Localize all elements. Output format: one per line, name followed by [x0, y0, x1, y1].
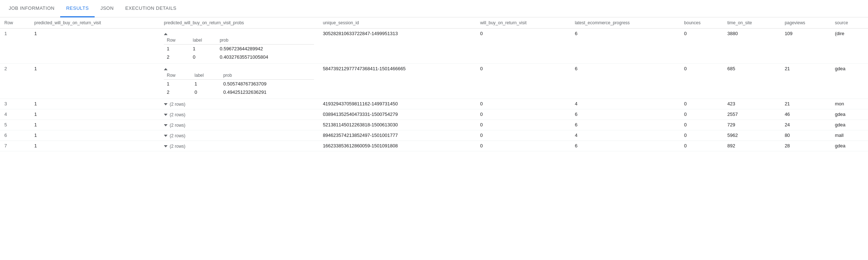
row-number: 5: [0, 120, 30, 130]
expand-button[interactable]: (2 rows): [164, 123, 185, 128]
row-number: 2: [0, 64, 30, 99]
arrow-down-icon: [164, 103, 168, 105]
predicted-value: 1: [30, 120, 160, 130]
source-value: (dire: [831, 29, 868, 64]
time-on-site-value: 685: [723, 64, 780, 99]
collapse-button[interactable]: [164, 33, 168, 35]
expand-button[interactable]: (2 rows): [164, 144, 185, 149]
probs-cell[interactable]: Rowlabelprob110.505748767363709200.49425…: [160, 64, 318, 99]
expand-button[interactable]: (2 rows): [164, 102, 185, 107]
arrow-down-icon: [164, 114, 168, 116]
pageviews-value: 21: [780, 99, 831, 109]
nested-row: 110.596723644289942: [164, 45, 314, 53]
col-header-row: Row: [0, 17, 30, 29]
bounces-value: 0: [680, 130, 723, 141]
row-number: 7: [0, 141, 30, 151]
source-value: mon: [831, 99, 868, 109]
table-row: 31(2 rows)419329437059811162-14997314500…: [0, 99, 868, 109]
unique-session-id: 419329437059811162-1499731450: [318, 99, 476, 109]
unique-session-id: 584739212977747368411-1501466665: [318, 64, 476, 99]
col-header-latest-ecommerce-progress: latest_ecommerce_progress: [570, 17, 679, 29]
nested-row: 110.505748767363709: [164, 80, 314, 88]
tab-execution-details[interactable]: EXECUTION DETAILS: [120, 0, 182, 17]
arrow-up-icon: [164, 68, 168, 70]
probs-cell[interactable]: (2 rows): [160, 109, 318, 120]
unique-session-id: 894623574213852497-1501001777: [318, 130, 476, 141]
tab-json[interactable]: JSON: [95, 0, 120, 17]
probs-collapsed-label: (2 rows): [170, 144, 185, 149]
will-buy-value: 0: [476, 29, 570, 64]
source-value: gdea: [831, 120, 868, 130]
latest-ecommerce-value: 6: [570, 109, 679, 120]
col-header-predicted-will-buy-on-return-visit-probs: predicted_will_buy_on_return_visit_probs: [160, 17, 318, 29]
col-header-will-buy-on-return-visit: will_buy_on_return_visit: [476, 17, 570, 29]
row-number: 6: [0, 130, 30, 141]
unique-session-id: 166233853612860059-1501091808: [318, 141, 476, 151]
probs-cell[interactable]: (2 rows): [160, 141, 318, 151]
bounces-value: 0: [680, 141, 723, 151]
collapse-button[interactable]: [164, 68, 168, 70]
will-buy-value: 0: [476, 141, 570, 151]
col-header-time-on-site: time_on_site: [723, 17, 780, 29]
table-row: 11Rowlabelprob110.596723644289942200.403…: [0, 29, 868, 64]
arrow-up-icon: [164, 33, 168, 35]
probs-collapsed-label: (2 rows): [170, 133, 185, 138]
nested-probs-table: Rowlabelprob110.596723644289942200.40327…: [164, 36, 314, 61]
col-header-bounces: bounces: [680, 17, 723, 29]
latest-ecommerce-value: 6: [570, 120, 679, 130]
pageviews-value: 109: [780, 29, 831, 64]
col-header-predicted-will-buy-on-return-visit: predicted_will_buy_on_return_visit: [30, 17, 160, 29]
expand-button[interactable]: (2 rows): [164, 112, 185, 117]
will-buy-value: 0: [476, 99, 570, 109]
probs-cell[interactable]: Rowlabelprob110.596723644289942200.40327…: [160, 29, 318, 64]
tab-job-information[interactable]: JOB INFORMATION: [3, 0, 60, 17]
source-value: gdea: [831, 109, 868, 120]
source-value: gdea: [831, 64, 868, 99]
latest-ecommerce-value: 6: [570, 141, 679, 151]
col-header-unique-session-id: unique_session_id: [318, 17, 476, 29]
probs-collapsed-label: (2 rows): [170, 102, 185, 107]
predicted-value: 1: [30, 99, 160, 109]
time-on-site-value: 5962: [723, 130, 780, 141]
probs-collapsed-label: (2 rows): [170, 123, 185, 128]
expand-button[interactable]: (2 rows): [164, 133, 185, 138]
latest-ecommerce-value: 6: [570, 29, 679, 64]
nested-row: 200.40327635571005804: [164, 53, 314, 61]
table-container: Rowpredicted_will_buy_on_return_visitpre…: [0, 17, 868, 151]
pageviews-value: 80: [780, 130, 831, 141]
probs-cell[interactable]: (2 rows): [160, 99, 318, 109]
col-header-pageviews: pageviews: [780, 17, 831, 29]
predicted-value: 1: [30, 130, 160, 141]
source-value: gdea: [831, 141, 868, 151]
tab-results[interactable]: RESULTS: [60, 0, 95, 17]
time-on-site-value: 2557: [723, 109, 780, 120]
nested-row: 200.494251232636291: [164, 88, 314, 96]
table-row: 21Rowlabelprob110.505748767363709200.494…: [0, 64, 868, 99]
source-value: mall: [831, 130, 868, 141]
tab-bar: JOB INFORMATIONRESULTSJSONEXECUTION DETA…: [0, 0, 868, 17]
pageviews-value: 46: [780, 109, 831, 120]
nested-probs-table: Rowlabelprob110.505748767363709200.49425…: [164, 71, 314, 96]
pageviews-value: 28: [780, 141, 831, 151]
probs-cell[interactable]: (2 rows): [160, 120, 318, 130]
time-on-site-value: 892: [723, 141, 780, 151]
latest-ecommerce-value: 4: [570, 130, 679, 141]
pageviews-value: 24: [780, 120, 831, 130]
table-header-row: Rowpredicted_will_buy_on_return_visitpre…: [0, 17, 868, 29]
latest-ecommerce-value: 4: [570, 99, 679, 109]
unique-session-id: 521381145012263818-1500613030: [318, 120, 476, 130]
latest-ecommerce-value: 6: [570, 64, 679, 99]
results-table: Rowpredicted_will_buy_on_return_visitpre…: [0, 17, 868, 151]
table-row: 51(2 rows)521381145012263818-15006130300…: [0, 120, 868, 130]
will-buy-value: 0: [476, 109, 570, 120]
predicted-value: 1: [30, 64, 160, 99]
col-header-source: source: [831, 17, 868, 29]
time-on-site-value: 3880: [723, 29, 780, 64]
row-number: 1: [0, 29, 30, 64]
unique-session-id: 038941352540473331-1500754279: [318, 109, 476, 120]
predicted-value: 1: [30, 29, 160, 64]
predicted-value: 1: [30, 109, 160, 120]
row-number: 4: [0, 109, 30, 120]
probs-cell[interactable]: (2 rows): [160, 130, 318, 141]
bounces-value: 0: [680, 120, 723, 130]
